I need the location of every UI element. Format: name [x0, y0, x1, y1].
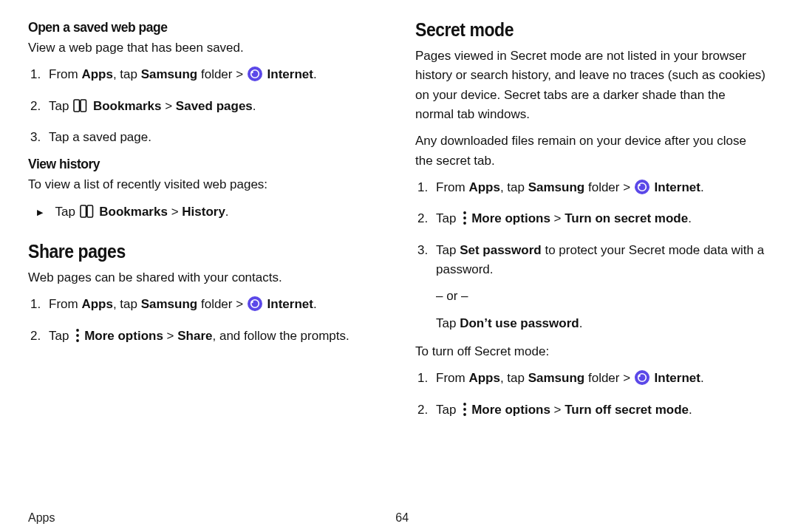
steps-open-saved: From Apps, tap Samsung folder > Internet…: [28, 65, 380, 147]
t: .: [700, 371, 704, 385]
t: More options: [471, 403, 550, 417]
t: , and follow the prompts.: [212, 329, 349, 343]
t: .: [253, 99, 256, 113]
t: From: [436, 180, 468, 194]
or-divider: – or –: [436, 287, 767, 306]
heading-open-saved: Open a saved web page: [28, 19, 352, 35]
internet-icon: [248, 296, 262, 317]
steps-secret-off: From Apps, tap Samsung folder > Internet…: [415, 369, 767, 423]
step: From Apps, tap Samsung folder > Internet…: [44, 295, 380, 317]
step: From Apps, tap Samsung folder > Internet…: [44, 65, 380, 87]
heading-secret-mode: Secret mode: [415, 19, 739, 41]
t: .: [579, 316, 583, 330]
t: >: [168, 205, 182, 219]
heading-share-pages: Share pages: [28, 241, 352, 262]
t: More options: [84, 329, 163, 343]
footer-section: Apps: [28, 511, 55, 525]
page-footer: Apps 64: [28, 511, 767, 525]
step: Tap Bookmarks > History.: [33, 202, 380, 225]
t: , tap: [500, 180, 528, 194]
t: History: [182, 205, 225, 219]
t: .: [700, 180, 704, 194]
t: , tap: [113, 67, 141, 81]
internet-icon: [248, 66, 262, 87]
t: Don’t use password: [460, 316, 579, 330]
t: Turn on secret mode: [565, 211, 688, 225]
t: From: [436, 371, 468, 385]
steps-view-history: Tap Bookmarks > History.: [28, 202, 380, 225]
step: Tap More options > Share, and follow the…: [44, 327, 380, 349]
t: Bookmarks: [93, 99, 162, 113]
step: Tap More options > Turn off secret mode.: [432, 400, 767, 423]
step: Tap Set password to protect your Secret …: [432, 241, 767, 333]
more-options-icon: [463, 402, 467, 423]
t: Internet: [655, 371, 700, 385]
bookmark-icon: [80, 204, 95, 225]
t: , tap: [113, 297, 141, 311]
t: Set password: [460, 243, 542, 257]
t: folder >: [197, 67, 247, 81]
t: Apps: [468, 371, 500, 385]
footer-page-number: 64: [395, 511, 409, 525]
left-column: Open a saved web page View a web page th…: [28, 15, 380, 508]
t: .: [689, 403, 692, 417]
t: folder >: [584, 180, 634, 194]
intro-secret-off: To turn off Secret mode:: [415, 342, 767, 361]
t: From: [49, 297, 81, 311]
t: Turn off secret mode: [565, 403, 689, 417]
steps-share-pages: From Apps, tap Samsung folder > Internet…: [28, 295, 380, 349]
steps-secret-on: From Apps, tap Samsung folder > Internet…: [415, 178, 767, 333]
t: Tap: [436, 211, 460, 225]
t: .: [225, 205, 229, 219]
t: >: [550, 211, 565, 225]
internet-icon: [635, 180, 649, 200]
more-options-icon: [463, 211, 467, 231]
t: .: [313, 297, 317, 311]
t: Internet: [267, 67, 313, 81]
t: Share: [177, 329, 212, 343]
t: More options: [471, 211, 550, 225]
manual-page: Open a saved web page View a web page th…: [0, 0, 798, 532]
step: From Apps, tap Samsung folder > Internet…: [432, 178, 767, 200]
t: Samsung: [141, 297, 198, 311]
t: >: [163, 329, 177, 343]
intro-secret-mode: Pages viewed in Secret mode are not list…: [415, 47, 767, 124]
step: Tap Bookmarks > Saved pages.: [44, 97, 380, 119]
t: Tap: [436, 403, 460, 417]
step: Tap More options > Turn on secret mode.: [432, 209, 767, 231]
t: Tap: [49, 329, 72, 343]
t: Apps: [468, 180, 500, 194]
t: .: [313, 67, 317, 81]
t: Tap: [49, 99, 72, 113]
t: >: [550, 403, 565, 417]
internet-icon: [635, 370, 649, 391]
t: folder >: [584, 371, 634, 385]
two-column-layout: Open a saved web page View a web page th…: [28, 15, 767, 508]
t: Samsung: [141, 67, 198, 81]
bookmark-icon: [73, 98, 88, 119]
t: Bookmarks: [99, 205, 168, 219]
t: folder >: [197, 297, 247, 311]
intro-share-pages: Web pages can be shared with your contac…: [28, 268, 380, 287]
step: From Apps, tap Samsung folder > Internet…: [432, 369, 767, 391]
intro-view-history: To view a list of recently visited web p…: [28, 175, 380, 194]
t: Internet: [655, 180, 700, 194]
t: Internet: [267, 297, 313, 311]
t: Tap: [436, 316, 460, 330]
t: >: [161, 99, 175, 113]
right-column: Secret mode Pages viewed in Secret mode …: [415, 15, 767, 508]
t: .: [688, 211, 692, 225]
t: From: [49, 67, 81, 81]
note-secret-mode: Any downloaded files remain on your devi…: [415, 132, 767, 171]
t: , tap: [500, 371, 528, 385]
t: Samsung: [528, 180, 585, 194]
t: Tap: [55, 205, 78, 219]
intro-open-saved: View a web page that has been saved.: [28, 38, 380, 58]
more-options-icon: [75, 328, 80, 349]
step: Tap a saved page.: [44, 128, 380, 147]
t: Tap: [436, 243, 460, 257]
t: Apps: [81, 297, 113, 311]
t: Samsung: [528, 371, 585, 385]
t: Apps: [81, 67, 113, 81]
heading-view-history: View history: [28, 156, 352, 172]
